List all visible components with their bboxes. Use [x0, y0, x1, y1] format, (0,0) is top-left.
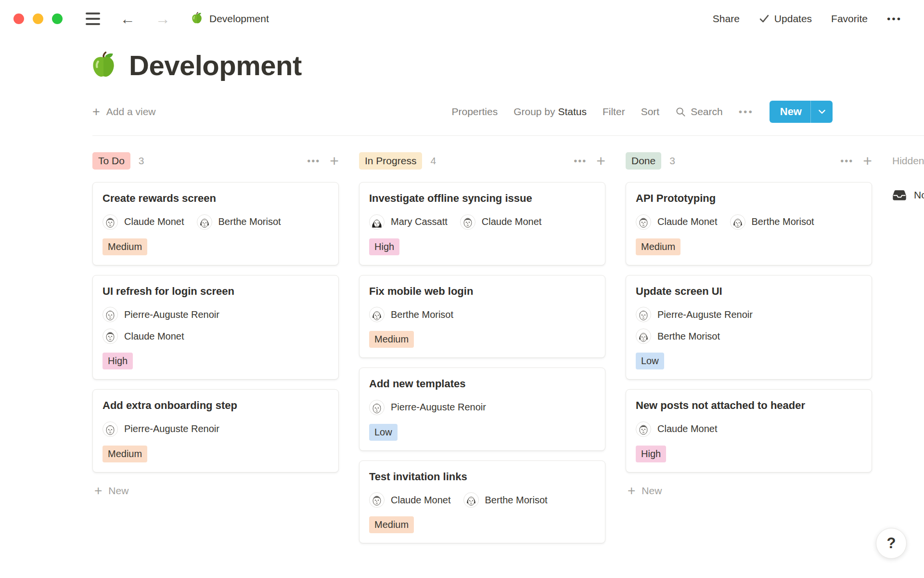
card-assignees: Mary Cassatt Claude Monet	[369, 214, 595, 230]
assignee: Pierre-Auguste Renoir	[103, 307, 219, 322]
new-button[interactable]: New	[770, 101, 833, 123]
task-card[interactable]: Add new templates Pierre-Auguste RenoirL…	[359, 368, 605, 451]
task-card[interactable]: UI refresh for login screen Pierre-Augus…	[92, 275, 339, 380]
board-column: To Do3•••+Create rewards screen Claude M…	[92, 151, 339, 498]
search-button[interactable]: Search	[675, 106, 723, 118]
back-arrow-icon[interactable]: ←	[120, 12, 135, 26]
close-window-button[interactable]	[13, 13, 24, 24]
assignee: Claude Monet	[103, 214, 184, 230]
card-title: Test invitation links	[369, 470, 595, 484]
avatar	[636, 214, 651, 230]
task-card[interactable]: Investigate offline syncing issue Mary C…	[359, 182, 605, 265]
task-card[interactable]: Test invitation links Claude Monet Berth…	[359, 460, 605, 544]
avatar	[197, 214, 212, 230]
check-icon	[759, 13, 770, 24]
filter-button[interactable]: Filter	[603, 106, 625, 118]
inbox-icon	[892, 188, 907, 202]
favorite-button[interactable]: Favorite	[831, 13, 868, 25]
hidden-group-no-status[interactable]: No Status	[892, 188, 924, 202]
card-title: New posts not attached to header	[636, 399, 862, 413]
green-apple-icon	[191, 12, 203, 26]
minimize-window-button[interactable]	[33, 13, 43, 24]
column-new-button[interactable]: +New	[626, 484, 872, 498]
card-title: UI refresh for login screen	[103, 285, 329, 299]
hidden-columns-label[interactable]: Hidden columns	[892, 151, 924, 171]
add-view-button[interactable]: + Add a view	[92, 105, 156, 118]
assignee-name: Claude Monet	[124, 331, 184, 342]
column-status-chip[interactable]: In Progress	[359, 152, 422, 170]
group-by-button[interactable]: Group by Status	[513, 106, 587, 118]
assignee-name: Claude Monet	[657, 423, 718, 434]
card-title: Create rewards screen	[103, 192, 329, 206]
column-status-chip[interactable]: Done	[626, 152, 661, 170]
assignee-name: Pierre-Auguste Renoir	[124, 309, 219, 320]
column-more-icon[interactable]: •••	[574, 156, 587, 167]
column-new-button[interactable]: +New	[92, 484, 339, 498]
assignee: Claude Monet	[369, 492, 451, 508]
task-card[interactable]: New posts not attached to header Claude …	[626, 389, 872, 473]
task-card[interactable]: Update screen UI Pierre-Auguste Renoir B…	[626, 275, 872, 380]
more-options-icon[interactable]: •••	[887, 13, 902, 25]
card-assignees: Claude Monet Berthe Morisot	[369, 492, 595, 508]
task-card[interactable]: Add extra onboarding step Pierre-Auguste…	[92, 389, 339, 473]
column-count: 3	[139, 155, 144, 167]
assignee-name: Pierre-Auguste Renoir	[657, 309, 753, 320]
column-cards: Create rewards screen Claude Monet Berth…	[92, 182, 339, 473]
card-assignees: Pierre-Auguste Renoir Claude Monet	[103, 307, 329, 344]
assignee: Claude Monet	[460, 214, 542, 230]
priority-tag: Low	[369, 424, 398, 441]
sort-button[interactable]: Sort	[641, 106, 660, 118]
updates-button[interactable]: Updates	[759, 13, 812, 25]
assignee-name: Pierre-Auguste Renoir	[124, 423, 219, 434]
zoom-window-button[interactable]	[52, 13, 63, 24]
page-green-apple-icon[interactable]	[90, 51, 117, 80]
card-assignees: Pierre-Auguste Renoir Berthe Morisot	[636, 307, 862, 344]
column-cards: API Prototyping Claude Monet Berthe Mori…	[626, 182, 872, 473]
traffic-lights	[13, 13, 63, 24]
breadcrumb[interactable]: Development	[191, 12, 269, 26]
breadcrumb-title: Development	[209, 13, 269, 25]
task-card[interactable]: Fix mobile web login Berthe MorisotMediu…	[359, 275, 605, 358]
column-more-icon[interactable]: •••	[840, 156, 853, 167]
assignee-name: Claude Monet	[391, 495, 451, 506]
priority-tag: High	[636, 446, 666, 462]
card-title: Update screen UI	[636, 285, 862, 299]
column-more-icon[interactable]: •••	[307, 156, 320, 167]
column-add-card-icon[interactable]: +	[330, 153, 339, 169]
assignee: Pierre-Auguste Renoir	[636, 307, 753, 322]
board: To Do3•••+Create rewards screen Claude M…	[0, 151, 924, 543]
card-title: Investigate offline syncing issue	[369, 192, 595, 206]
card-title: Fix mobile web login	[369, 285, 595, 299]
assignee: Berthe Morisot	[636, 328, 720, 344]
avatar	[369, 214, 385, 230]
forward-arrow-icon[interactable]: →	[155, 12, 170, 26]
card-assignees: Pierre-Auguste Renoir	[103, 421, 329, 437]
properties-button[interactable]: Properties	[451, 106, 498, 118]
assignee-name: Berthe Morisot	[657, 331, 720, 342]
card-assignees: Claude Monet Berthe Morisot	[636, 214, 862, 230]
priority-tag: High	[103, 353, 133, 369]
card-assignees: Pierre-Auguste Renoir	[369, 400, 595, 415]
toolbar-more-icon[interactable]: •••	[739, 106, 754, 118]
plus-icon: +	[92, 105, 100, 118]
column-count: 3	[669, 155, 675, 167]
help-button[interactable]: ?	[876, 528, 907, 559]
chevron-down-icon[interactable]	[810, 101, 833, 123]
menu-icon[interactable]	[86, 13, 100, 25]
assignee-name: Berthe Morisot	[752, 216, 814, 227]
avatar	[103, 307, 118, 322]
assignee: Pierre-Auguste Renoir	[103, 421, 219, 437]
column-status-chip[interactable]: To Do	[92, 152, 130, 170]
task-card[interactable]: API Prototyping Claude Monet Berthe Mori…	[626, 182, 872, 265]
column-add-card-icon[interactable]: +	[863, 153, 872, 169]
priority-tag: Medium	[369, 516, 414, 533]
column-add-card-icon[interactable]: +	[596, 153, 605, 169]
assignee: Claude Monet	[103, 328, 184, 344]
share-button[interactable]: Share	[713, 13, 740, 25]
card-title: Add new templates	[369, 377, 595, 391]
task-card[interactable]: Create rewards screen Claude Monet Berth…	[92, 182, 339, 265]
card-title: Add extra onboarding step	[103, 399, 329, 413]
page-title[interactable]: Development	[129, 49, 302, 81]
toolbar-divider	[92, 135, 924, 136]
column-count: 4	[430, 155, 436, 167]
